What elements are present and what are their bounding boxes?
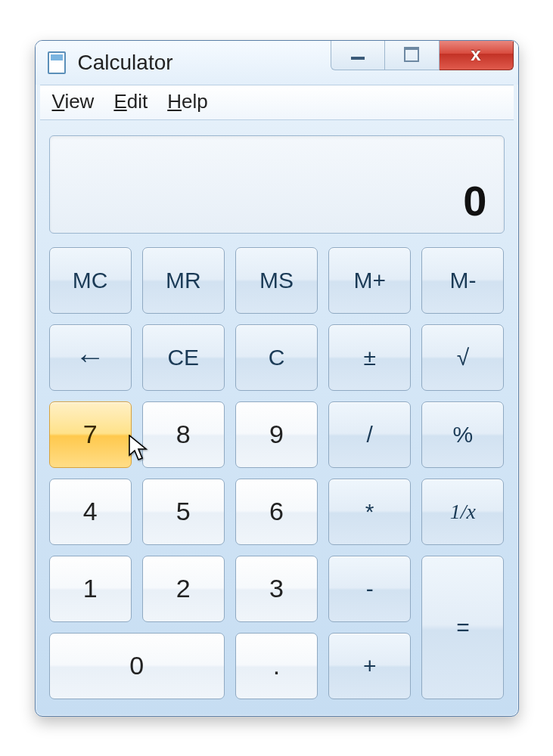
key-5[interactable]: 5 (142, 479, 225, 545)
key-divide[interactable]: / (328, 401, 411, 468)
titlebar[interactable]: Calculator x (36, 41, 518, 85)
key-reciprocal[interactable]: 1/x (421, 479, 504, 545)
key-add[interactable]: + (328, 633, 411, 699)
menu-help[interactable]: Help (167, 90, 207, 113)
key-mr[interactable]: MR (142, 247, 225, 314)
key-9[interactable]: 9 (235, 401, 318, 468)
key-1[interactable]: 1 (49, 556, 132, 622)
calculator-icon (46, 51, 67, 75)
key-subtract[interactable]: - (328, 556, 411, 622)
key-0[interactable]: 0 (49, 633, 225, 699)
close-button[interactable]: x (440, 40, 514, 70)
key-backspace[interactable]: ← (49, 324, 132, 391)
window-title: Calculator (78, 51, 331, 75)
menu-edit[interactable]: Edit (113, 90, 148, 113)
key-c[interactable]: C (235, 324, 318, 391)
menu-view[interactable]: View (52, 90, 95, 113)
display-value: 0 (463, 176, 486, 225)
key-multiply[interactable]: * (328, 479, 411, 545)
key-percent[interactable]: % (421, 401, 504, 468)
key-4[interactable]: 4 (49, 479, 132, 545)
key-ce[interactable]: CE (142, 324, 225, 391)
key-equals[interactable]: = (421, 556, 504, 699)
key-mminus[interactable]: M- (421, 247, 504, 314)
key-mc[interactable]: MC (49, 247, 132, 314)
key-ms[interactable]: MS (235, 247, 318, 314)
minimize-button[interactable] (331, 40, 385, 70)
calculator-window: Calculator x View Edit Help 0 MC MR MS M… (35, 40, 519, 717)
key-6[interactable]: 6 (235, 479, 318, 545)
reciprocal-label: 1/x (450, 500, 476, 524)
display: 0 (49, 135, 505, 234)
key-2[interactable]: 2 (142, 556, 225, 622)
key-8[interactable]: 8 (142, 401, 225, 468)
key-sqrt[interactable]: √ (421, 324, 504, 391)
calculator-body: 0 MC MR MS M+ M- ← CE C ± √ 7 8 9 / % 4 … (36, 120, 518, 716)
key-mplus[interactable]: M+ (328, 247, 411, 314)
key-decimal[interactable]: . (235, 633, 318, 699)
keypad: MC MR MS M+ M- ← CE C ± √ 7 8 9 / % 4 5 … (49, 247, 505, 699)
key-7[interactable]: 7 (49, 401, 132, 468)
menubar: View Edit Help (40, 85, 514, 120)
window-controls: x (331, 40, 514, 70)
key-3[interactable]: 3 (235, 556, 318, 622)
key-negate[interactable]: ± (328, 324, 411, 391)
maximize-button[interactable] (385, 40, 440, 70)
